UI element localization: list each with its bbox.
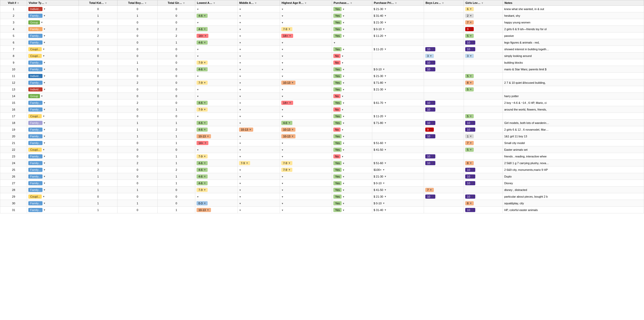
girls-level[interactable] (464, 106, 503, 113)
visitor-type[interactable]: Coupl... ▼ (27, 146, 79, 153)
visitor-type[interactable]: Coupl... ▼ (27, 113, 79, 120)
lowest-age[interactable]: 4-6 ▼ (195, 166, 238, 173)
purchased[interactable]: Yes ▼ (332, 12, 372, 19)
visitor-type[interactable]: Coupl... ▼ (27, 193, 79, 200)
middle-age[interactable]: ▼ (238, 93, 280, 99)
lowest-age[interactable]: 7-9 ▼ (195, 153, 238, 160)
girls-level[interactable]: 8 ▼ (464, 160, 503, 166)
lowest-age[interactable]: 14+ ▼ (195, 140, 238, 146)
purchase-price[interactable]: $ 41-50 ▼ (372, 187, 424, 193)
highest-age[interactable]: 7-9 ▼ (280, 166, 332, 173)
lowest-age[interactable]: ▼ (195, 146, 238, 153)
girls-level[interactable]: 7 ▼ (464, 140, 503, 146)
highest-age[interactable]: ▼ (280, 12, 332, 19)
highest-age[interactable]: ▼ (280, 53, 332, 59)
girls-level[interactable]: 10 ▼ (464, 180, 503, 187)
visitor-type[interactable]: Family... ▼ (27, 39, 79, 46)
purchase-price[interactable]: $ 0-10 ▼ (372, 200, 424, 207)
lowest-age[interactable]: 0-3 ▼ (195, 200, 238, 207)
purchase-price[interactable]: $ 41-50 ▼ (372, 146, 424, 153)
highest-age[interactable]: ▼ (280, 93, 332, 99)
purchase-price[interactable]: $ 61-70 ▼ (372, 99, 424, 106)
lowest-age[interactable]: 4-6 ▼ (195, 173, 238, 180)
visitor-type[interactable]: Family... ▼ (27, 200, 79, 207)
middle-age[interactable]: ▼ (238, 99, 280, 106)
purchased[interactable]: Yes ▼ (332, 133, 372, 140)
purchased[interactable]: Yes ▼ (332, 79, 372, 86)
visitor-type[interactable]: Family... ▼ (27, 32, 79, 39)
middle-age[interactable]: ▼ (238, 133, 280, 140)
girls-level[interactable]: 5 ▼ (464, 73, 503, 79)
visitor-type[interactable]: Family... ▼ (27, 120, 79, 126)
boys-level[interactable]: 10 ▼ (424, 46, 464, 53)
boys-level[interactable] (424, 113, 464, 120)
boys-level[interactable] (424, 32, 464, 39)
purchase-price[interactable] (372, 153, 424, 160)
lowest-age[interactable]: ▼ (195, 46, 238, 53)
visitor-type[interactable]: Family... ▼ (27, 79, 79, 86)
girls-level[interactable]: 10 ▼ (464, 207, 503, 213)
middle-age[interactable]: ▼ (238, 166, 280, 173)
girls-level[interactable]: 10 ▼ (464, 166, 503, 173)
col-header-highest[interactable]: Highest Age R… ▼ (280, 0, 332, 6)
boys-level[interactable] (424, 140, 464, 146)
visitor-type[interactable]: Family... ▼ (27, 99, 79, 106)
purchase-price[interactable]: $ 11-20 ▼ (372, 32, 424, 39)
purchase-price[interactable]: $ 0-10 ▼ (372, 66, 424, 73)
boys-level[interactable] (424, 146, 464, 153)
purchase-price[interactable]: $ 51-60 ▼ (372, 140, 424, 146)
visitor-type[interactable]: Family... ▼ (27, 166, 79, 173)
lowest-age[interactable]: ▼ (195, 93, 238, 99)
girls-level[interactable] (464, 99, 503, 106)
girls-level[interactable] (464, 66, 503, 73)
purchased[interactable]: Yes ▼ (332, 193, 372, 200)
purchase-price[interactable]: $ 0-10 ▼ (372, 26, 424, 32)
middle-age[interactable]: ▼ (238, 153, 280, 160)
highest-age[interactable]: 7-9 ▼ (280, 26, 332, 32)
purchase-price[interactable] (372, 59, 424, 66)
boys-level[interactable] (424, 93, 464, 99)
visitor-type[interactable]: Family... ▼ (27, 140, 79, 146)
boys-level[interactable] (424, 79, 464, 86)
highest-age[interactable]: ▼ (280, 59, 332, 66)
middle-age[interactable]: ▼ (238, 193, 280, 200)
highest-age[interactable]: ▼ (280, 86, 332, 93)
highest-age[interactable]: ▼ (280, 6, 332, 12)
col-header-boys[interactable]: Total Boy… ▼ (117, 0, 158, 6)
visitor-type[interactable]: Family... ▼ (27, 133, 79, 140)
lowest-age[interactable]: 4-6 ▼ (195, 99, 238, 106)
highest-age[interactable]: ▼ (280, 153, 332, 160)
visitor-type[interactable]: Coupl... ▼ (27, 53, 79, 59)
purchased[interactable]: Yes ▼ (332, 113, 372, 120)
lowest-age[interactable]: ▼ (195, 53, 238, 59)
boys-level[interactable] (424, 173, 464, 180)
highest-age[interactable]: ▼ (280, 146, 332, 153)
boys-level[interactable] (424, 86, 464, 93)
highest-age[interactable]: ▼ (280, 19, 332, 26)
girls-level[interactable]: 10 ▼ (464, 173, 503, 180)
purchased[interactable]: Yes ▼ (332, 200, 372, 207)
middle-age[interactable]: ▼ (238, 19, 280, 26)
lowest-age[interactable]: 4-6 ▼ (195, 180, 238, 187)
girls-level[interactable]: 10 ▼ (464, 126, 503, 133)
middle-age[interactable]: ▼ (238, 79, 280, 86)
highest-age[interactable]: ▼ (280, 106, 332, 113)
lowest-age[interactable]: 4-6 ▼ (195, 39, 238, 46)
purchased[interactable]: Yes ▼ (332, 146, 372, 153)
girls-level[interactable]: 5 ▼ (464, 113, 503, 120)
purchase-price[interactable]: $ 71-80 ▼ (372, 79, 424, 86)
middle-age[interactable]: ▼ (238, 6, 280, 12)
visitor-type[interactable]: Family... ▼ (27, 126, 79, 133)
girls-level[interactable]: 8 ▼ (464, 200, 503, 207)
girls-level[interactable]: 5 ▼ (464, 146, 503, 153)
purchased[interactable]: Yes ▼ (332, 26, 372, 32)
girls-level[interactable]: 6 ▼ (464, 6, 503, 12)
purchased[interactable]: Yes ▼ (332, 73, 372, 79)
highest-age[interactable]: 10-13 ▼ (280, 79, 332, 86)
boys-level[interactable]: 3 ▼ (424, 53, 464, 59)
purchase-price[interactable]: $ 0-10 ▼ (372, 180, 424, 187)
visitor-type[interactable]: Family... ▼ (27, 207, 79, 213)
boys-level[interactable]: 10 ▼ (424, 133, 464, 140)
girls-level[interactable] (464, 187, 503, 193)
col-header-lowest[interactable]: Lowest A… ▼ (195, 0, 238, 6)
